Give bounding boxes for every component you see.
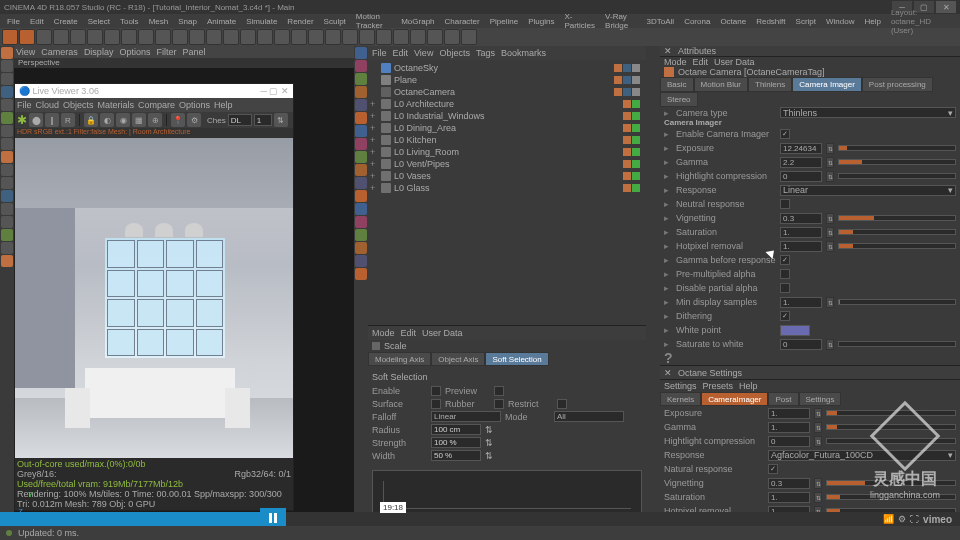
object-row[interactable]: OctaneSky [370,62,644,74]
toolbar-button-17[interactable] [291,29,307,45]
toolbar-button-4[interactable] [70,29,86,45]
toolbar-button-18[interactable] [308,29,324,45]
param-slider[interactable] [838,341,956,347]
menu-xparticles[interactable]: X-Particles [559,12,600,30]
mid-tool-8[interactable] [355,138,367,150]
mid-tool-5[interactable] [355,99,367,111]
param-value[interactable]: 0 [780,171,822,182]
menu-sculpt[interactable]: Sculpt [319,17,351,26]
tag-icon[interactable] [623,160,631,168]
lv-r-button[interactable]: R [61,113,75,127]
tag-icon[interactable] [623,64,631,72]
tag-icon[interactable] [623,76,631,84]
param-value[interactable]: 1. [768,422,810,433]
menu-motiontracker[interactable]: Motion Tracker [351,12,396,30]
left-tool-12[interactable] [1,203,13,215]
stepper[interactable]: ⇅ [826,157,834,168]
mid-tool-1[interactable] [355,47,367,59]
color-swatch[interactable] [780,325,810,336]
param-value[interactable]: 0.3 [780,213,822,224]
param-value[interactable]: 0.3 [768,478,810,489]
expand-icon[interactable]: + [370,147,378,157]
expand-icon[interactable]: ▸ [664,227,672,237]
stepper[interactable]: ⇅ [814,492,822,503]
ches-input[interactable] [228,114,252,126]
menu-octane[interactable]: Octane [715,17,751,26]
tag-icon[interactable] [623,148,631,156]
mid-tool-10[interactable] [355,164,367,176]
obj-menu-bookmarks[interactable]: Bookmarks [501,48,546,58]
volume-icon[interactable]: 📶 [883,514,894,524]
expand-icon[interactable]: + [370,99,378,109]
object-row[interactable]: +L0 Dining_Area [370,122,644,134]
toolbar-button-10[interactable] [172,29,188,45]
lv-menu-cloud[interactable]: Cloud [36,100,60,110]
mid-tool-7[interactable] [355,125,367,137]
expand-icon[interactable]: ▸ [664,157,672,167]
falloff-select[interactable]: Linear [431,411,501,422]
left-tool-10[interactable] [1,177,13,189]
expand-icon[interactable]: + [370,159,378,169]
attr-menu-edit[interactable]: Edit [693,57,709,67]
ches-num-input[interactable] [254,114,272,126]
object-row[interactable]: +L0 Living_Room [370,146,644,158]
param-select[interactable]: Linear▾ [780,185,956,196]
lv-menu-materials[interactable]: Materials [98,100,135,110]
lv-menu-file[interactable]: File [17,100,32,110]
left-tool-6[interactable] [1,125,13,137]
mid-tool-18[interactable] [355,268,367,280]
expand-icon[interactable]: ▸ [664,199,672,209]
toolbar-button-13[interactable] [223,29,239,45]
param-slider[interactable] [838,229,956,235]
toolbar-button-9[interactable] [155,29,171,45]
tag-icon[interactable] [623,136,631,144]
stepper[interactable]: ⇅ [814,478,822,489]
param-value[interactable]: 2.2 [780,157,822,168]
width-stepper[interactable]: ⇅ [485,451,493,461]
tag-icon[interactable] [632,100,640,108]
coord-menu-mode[interactable]: Mode [372,328,395,338]
coord-menu-userdata[interactable]: User Data [422,328,463,338]
vp-menu-display[interactable]: Display [84,47,114,57]
stepper[interactable]: ⇅ [814,436,822,447]
param-value[interactable]: 1. [780,227,822,238]
lv-settings-button[interactable]: ⚙ [187,113,201,127]
pause-button[interactable] [260,508,286,528]
param-value[interactable]: 1. [780,297,822,308]
tag-icon[interactable] [623,172,631,180]
octset-tab-kernels[interactable]: Kernels [660,392,701,406]
mid-tool-13[interactable] [355,203,367,215]
param-slider[interactable] [838,243,956,249]
mid-tool-11[interactable] [355,177,367,189]
expand-icon[interactable]: ▸ [664,129,672,139]
left-tool-9[interactable] [1,164,13,176]
stepper[interactable]: ⇅ [826,241,834,252]
octset-close-icon[interactable]: ✕ [664,368,672,378]
tag-icon[interactable] [632,136,640,144]
toolbar-button-6[interactable] [104,29,120,45]
param-slider[interactable] [838,145,956,151]
tag-icon[interactable] [623,112,631,120]
param-value[interactable]: 1. [768,408,810,419]
menu-help[interactable]: Help [859,17,885,26]
expand-icon[interactable]: ▸ [664,213,672,223]
mid-tool-9[interactable] [355,151,367,163]
obj-menu-file[interactable]: File [372,48,387,58]
obj-menu-tags[interactable]: Tags [476,48,495,58]
menu-render[interactable]: Render [282,17,318,26]
stepper[interactable]: ⇅ [826,143,834,154]
lv-menu-compare[interactable]: Compare [138,100,175,110]
stepper[interactable]: ⇅ [814,422,822,433]
live-viewer-titlebar[interactable]: 🔵 Live Viewer 3.06 ─ ▢ ✕ [15,84,293,98]
mid-tool-17[interactable] [355,255,367,267]
settings-icon[interactable]: ⚙ [898,514,906,524]
mid-tool-3[interactable] [355,73,367,85]
param-slider[interactable] [838,215,956,221]
menu-dtoall[interactable]: 3DToAll [642,17,680,26]
toolbar-button-20[interactable] [342,29,358,45]
lv-clay-button[interactable]: ◐ [100,113,114,127]
mode-select[interactable]: All [554,411,624,422]
radius-input[interactable] [431,424,481,435]
width-input[interactable] [431,450,481,461]
obj-menu-edit[interactable]: Edit [393,48,409,58]
